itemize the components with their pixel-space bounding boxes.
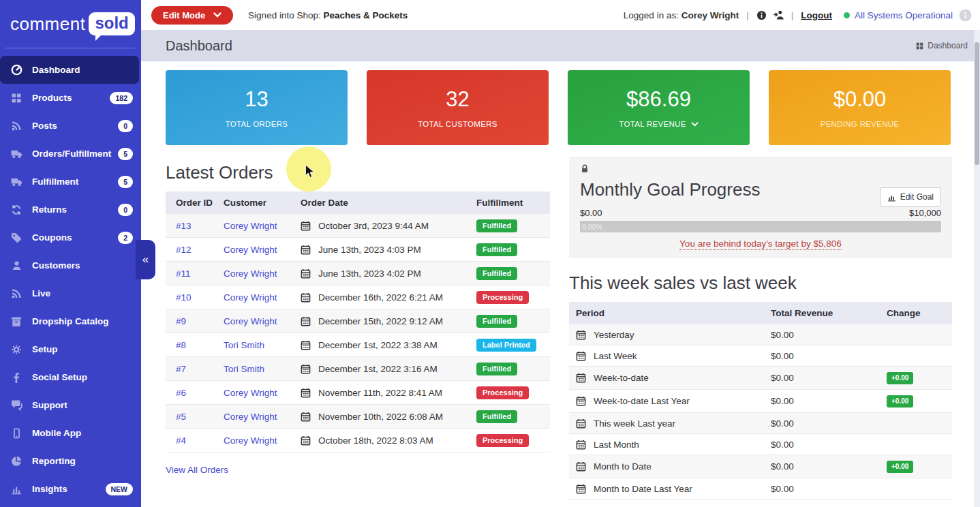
goal-min: $0.00 [580, 208, 602, 218]
sidebar-item-setup[interactable]: Setup [0, 335, 141, 363]
logout-link[interactable]: Logout [801, 10, 832, 20]
bar-chart-icon [10, 484, 23, 495]
table-row: #7 Tori Smith December 1st, 2022 3:16 AM… [166, 357, 550, 381]
edit-goal-button[interactable]: Edit Goal [880, 187, 941, 206]
sidebar-collapse-button[interactable]: « [136, 240, 155, 279]
logo-word-comment: comment [10, 14, 85, 35]
stat-card-total-orders[interactable]: 13 TOTAL ORDERS [166, 70, 348, 145]
order-id-link[interactable]: #8 [176, 340, 186, 350]
calendar-icon [301, 292, 311, 303]
column-header: Fulfillment [476, 191, 550, 214]
sidebar-item-products[interactable]: Products 182 [0, 84, 141, 112]
view-all-orders-link[interactable]: View All Orders [166, 465, 228, 475]
sidebar-item-mobile-app[interactable]: Mobile App [0, 419, 141, 447]
revenue-value: $0.00 [771, 396, 794, 406]
system-status[interactable]: All Systems Operational [844, 10, 953, 20]
customer-link[interactable]: Corey Wright [224, 316, 277, 326]
order-id-link[interactable]: #4 [176, 435, 186, 446]
truck-icon [10, 176, 23, 187]
total-revenue-dropdown[interactable]: TOTAL REVENUE [619, 120, 698, 128]
box-icon [10, 316, 23, 327]
order-date: December 1st, 2022 3:16 AM [318, 364, 438, 374]
table-row: Month to Date Last Year $0.00 [569, 478, 952, 500]
info-icon[interactable] [756, 10, 767, 20]
order-id-link[interactable]: #5 [176, 412, 186, 422]
status-badge: Processing [476, 291, 529, 304]
page-title: Dashboard [166, 38, 232, 54]
order-id-link[interactable]: #11 [176, 268, 191, 279]
sidebar-item-orders-fulfillment[interactable]: Orders/Fulfillment 5 [0, 140, 141, 168]
order-id-link[interactable]: #12 [176, 245, 192, 255]
customer-link[interactable]: Corey Wright [224, 221, 277, 231]
order-id-link[interactable]: #9 [176, 316, 186, 326]
edit-mode-button[interactable]: Edit Mode [151, 6, 233, 25]
customer-link[interactable]: Corey Wright [224, 245, 277, 255]
status-dot-icon [844, 12, 850, 18]
scrollbar-track[interactable] [974, 30, 980, 507]
stat-card-total-customers[interactable]: 32 TOTAL CUSTOMERS [367, 70, 549, 145]
sidebar-item-label: Support [32, 400, 67, 410]
period-label: Month to Date Last Year [594, 484, 692, 494]
signed-into-shop-text: Signed into Shop: Peaches & Pockets [248, 10, 408, 20]
order-id-link[interactable]: #13 [176, 221, 192, 231]
sidebar-item-support[interactable]: Support [0, 391, 141, 419]
breadcrumb[interactable]: Dashboard [916, 41, 968, 50]
calendar-icon [301, 268, 311, 279]
table-row: #10 Corey Wright December 16th, 2022 6:2… [166, 286, 550, 309]
sidebar-item-reporting[interactable]: Reporting [0, 447, 141, 475]
sidebar-item-returns[interactable]: Returns 0 [0, 196, 141, 224]
mouse-cursor-icon [305, 165, 316, 179]
customer-link[interactable]: Tori Smith [224, 340, 264, 350]
sidebar-item-coupons[interactable]: Coupons 2 [0, 224, 141, 251]
stat-value: 32 [446, 87, 469, 112]
customer-link[interactable]: Tori Smith [224, 364, 264, 374]
customer-link[interactable]: Corey Wright [224, 412, 277, 422]
switch-user-icon[interactable] [773, 10, 784, 20]
column-header: Period [569, 302, 771, 324]
customer-link[interactable]: Corey Wright [224, 268, 277, 279]
stat-label: TOTAL CUSTOMERS [418, 120, 497, 128]
customer-link[interactable]: Corey Wright [224, 435, 277, 446]
sidebar-item-label: Orders/Fulfillment [32, 149, 111, 159]
phone-icon [10, 428, 23, 439]
period-label: Yesterday [594, 330, 634, 340]
sidebar-item-fulfillment[interactable]: Fulfillment 5 [0, 168, 141, 196]
order-id-link[interactable]: #7 [176, 364, 186, 374]
rss-icon [10, 288, 23, 299]
chart-icon [887, 193, 896, 202]
sidebar-item-insights[interactable]: Insights NEW [0, 475, 141, 503]
status-badge: Processing [476, 386, 529, 399]
customer-link[interactable]: Corey Wright [224, 292, 277, 303]
chevron-down-icon [213, 12, 221, 18]
sidebar-item-label: Live [32, 288, 50, 298]
sidebar: comment sold Dashboard Products 182 Post… [0, 0, 141, 507]
sidebar-item-label: Customers [32, 260, 80, 271]
calendar-icon [576, 373, 586, 383]
stat-label: TOTAL ORDERS [226, 120, 288, 128]
sidebar-item-dropship-catalog[interactable]: Dropship Catalog [0, 307, 141, 335]
sidebar-item-label: Dashboard [32, 65, 80, 75]
status-badge: Fulfilled [476, 267, 517, 280]
sidebar-item-live[interactable]: Live [0, 279, 141, 307]
stat-card-total-revenue[interactable]: $86.69 TOTAL REVENUE [568, 70, 750, 145]
user-icon [10, 260, 23, 271]
sidebar-item-social-setup[interactable]: Social Setup [0, 363, 141, 391]
sidebar-badge: 5 [118, 148, 133, 160]
sidebar-item-posts[interactable]: Posts 0 [0, 112, 141, 140]
edit-goal-label: Edit Goal [900, 192, 934, 202]
sidebar-item-customers[interactable]: Customers [0, 251, 141, 279]
sidebar-item-label: Products [32, 93, 72, 103]
status-badge: Fulfilled [476, 315, 517, 328]
order-id-link[interactable]: #10 [176, 292, 192, 303]
shop-name: Peaches & Pockets [323, 10, 408, 20]
period-label: Week-to-date [594, 373, 649, 383]
sidebar-item-dashboard[interactable]: Dashboard [0, 56, 139, 84]
stat-card-pending-revenue[interactable]: $0.00 PENDING REVENUE [769, 70, 951, 145]
customer-link[interactable]: Corey Wright [224, 388, 277, 398]
scrollbar-thumb[interactable] [975, 42, 979, 165]
monthly-goal-panel: Monthly Goal Progress Edit Goal $0.00 $1… [569, 157, 952, 258]
commentsold-logo[interactable]: comment sold [0, 0, 141, 48]
help-circle-icon[interactable] [959, 9, 972, 22]
week-sales-section: This week sales vs last week Period Tota… [569, 273, 952, 500]
order-id-link[interactable]: #6 [176, 388, 186, 398]
